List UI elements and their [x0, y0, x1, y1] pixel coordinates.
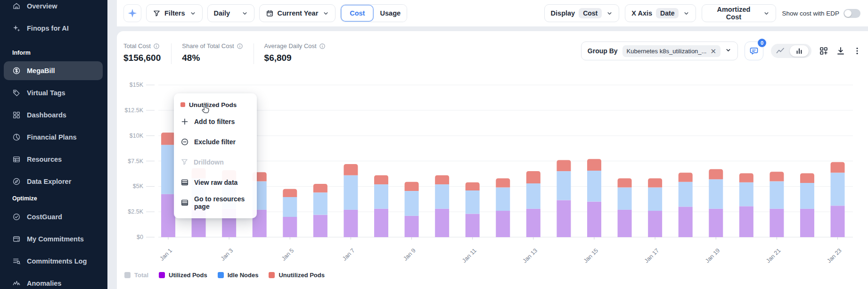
bar-jan-6[interactable]: [313, 184, 328, 237]
x-axis-value-pill: Date: [656, 8, 679, 18]
bar-jan-10[interactable]: [435, 175, 449, 237]
toolbar-right: Display Cost X Axis Date Amortized Cost …: [544, 4, 860, 22]
stat-divider: [254, 43, 254, 64]
tab-usage[interactable]: Usage: [374, 5, 407, 22]
chart-legend: Total Utilized Pods Idle Nodes Unutilize…: [124, 272, 325, 279]
remove-chip-icon[interactable]: ✕: [710, 48, 716, 55]
bar-jan-5[interactable]: [283, 189, 297, 237]
sidebar: Overview Finops for AIInform MegaBill Vi…: [0, 0, 107, 289]
stat-value: $6,809: [264, 53, 326, 63]
x-tick-label: Jan 13: [522, 247, 539, 264]
y-tick-label: $10K: [130, 132, 144, 139]
chevron-down-icon: [242, 10, 248, 17]
sidebar-item-data-explorer[interactable]: Data Explorer: [4, 172, 103, 191]
bar-jan-23[interactable]: [831, 162, 845, 237]
group-by-chip-label: Kubernetes k8s_utilization_...: [627, 48, 707, 55]
sidebar-item-label: Anomalies: [27, 280, 61, 287]
bar-jan-21[interactable]: [770, 172, 784, 237]
wallet-icon: [12, 235, 21, 243]
line-chart-toggle[interactable]: [774, 46, 787, 56]
sidebar-item-virtual-tags[interactable]: Virtual Tags: [4, 83, 103, 102]
blue-sparkle-icon: [127, 8, 138, 18]
menu-item-view-raw-data[interactable]: View raw data: [180, 172, 250, 192]
funnel-icon: [153, 9, 161, 17]
legend-label: Total: [134, 272, 148, 279]
bar-jan-22[interactable]: [800, 173, 814, 237]
sidebar-item-finops-for-ai[interactable]: Finops for AI: [4, 19, 103, 38]
chevron-down-icon: [190, 10, 196, 17]
download-button[interactable]: [836, 46, 845, 56]
chart-type-segment: [771, 44, 811, 58]
legend-label: Unutilized Pods: [278, 272, 325, 279]
legend-item-total[interactable]: Total: [124, 272, 148, 279]
legend-item-unutilized-pods[interactable]: Unutilized Pods: [269, 272, 325, 279]
sidebar-item-megabill[interactable]: MegaBill: [4, 61, 103, 80]
menu-item-label: Exclude filter: [194, 138, 236, 146]
sidebar-item-my-commitments[interactable]: My Commitments: [4, 230, 103, 248]
bar-jan-7[interactable]: [344, 164, 358, 237]
menu-item-exclude-filter[interactable]: Exclude filter: [180, 132, 250, 152]
app-root: Overview Finops for AIInform MegaBill Vi…: [0, 0, 868, 289]
bar-jan-14[interactable]: [557, 160, 571, 237]
sidebar-item-resources[interactable]: Resources: [4, 150, 103, 169]
tab-cost[interactable]: Cost: [341, 5, 374, 22]
bar-jan-17[interactable]: [648, 178, 662, 237]
bar-jan-20[interactable]: [739, 173, 753, 237]
bar-jan-19[interactable]: [709, 169, 723, 237]
compass-icon: [12, 177, 21, 186]
x-tick-label: Jan 9: [402, 247, 417, 262]
granularity-dropdown[interactable]: Daily: [207, 4, 254, 22]
x-tick-label: Jan 11: [461, 247, 478, 264]
bar-jan-11[interactable]: [466, 182, 480, 237]
y-tick-label: $5K: [133, 183, 144, 190]
group-by-control[interactable]: Group By Kubernetes k8s_utilization_... …: [581, 41, 738, 60]
bar-jan-13[interactable]: [526, 171, 540, 237]
legend-swatch: [124, 272, 131, 278]
stat-block: Total Cost $156,600: [123, 42, 171, 63]
date-range-dropdown[interactable]: Current Year: [259, 4, 336, 22]
sidebar-item-overview[interactable]: Overview: [4, 0, 103, 16]
sidebar-item-costguard[interactable]: CostGuard: [4, 207, 103, 226]
filters-button[interactable]: Filters: [146, 4, 203, 22]
info-icon: [319, 43, 326, 50]
comments-button[interactable]: 0: [745, 41, 763, 60]
cost-type-dropdown[interactable]: Amortized Cost: [702, 4, 776, 22]
sidebar-item-financial-plans[interactable]: Financial Plans: [4, 128, 103, 147]
shield-check-icon: [12, 213, 21, 221]
chevron-down-icon: [606, 10, 613, 17]
legend-item-utilized-pods[interactable]: Utilized Pods: [159, 272, 207, 279]
bar-jan-12[interactable]: [496, 178, 510, 237]
y-tick-label: $0: [137, 234, 143, 240]
dashboard-grid-icon: [12, 111, 21, 119]
stat-value: 48%: [182, 53, 243, 63]
more-options-button[interactable]: [853, 47, 861, 55]
x-axis-dropdown[interactable]: X Axis Date: [625, 4, 696, 22]
funnel-icon: [180, 158, 188, 166]
stat-block: Average Daily Cost $6,809: [264, 42, 336, 63]
sidebar-item-anomalies[interactable]: Anomalies: [4, 274, 103, 289]
display-label: Display: [551, 9, 575, 17]
bar-jan-9[interactable]: [405, 182, 419, 237]
table-icon: [12, 155, 21, 164]
edp-label: Show cost with EDP: [782, 10, 839, 17]
sidebar-item-label: Virtual Tags: [27, 89, 66, 97]
menu-item-go-to-resources-page[interactable]: Go to resources page: [180, 192, 250, 213]
legend-item-idle-nodes[interactable]: Idle Nodes: [218, 272, 259, 279]
edp-toggle[interactable]: [843, 9, 860, 18]
overview-icon: [12, 2, 21, 10]
filters-label: Filters: [164, 9, 185, 17]
ai-assistant-button[interactable]: [123, 4, 141, 22]
bar-jan-18[interactable]: [679, 173, 693, 237]
bar-jan-1[interactable]: [161, 132, 175, 237]
display-dropdown[interactable]: Display Cost: [544, 4, 620, 22]
bar-chart-toggle[interactable]: [790, 45, 809, 57]
date-range-value: Current Year: [278, 9, 319, 17]
add-widget-button[interactable]: [819, 46, 828, 56]
sidebar-section-optimize: Optimize: [0, 195, 107, 202]
bar-jan-8[interactable]: [374, 175, 388, 237]
bar-jan-15[interactable]: [587, 159, 601, 237]
bar-jan-16[interactable]: [618, 178, 632, 237]
menu-item-add-to-filters[interactable]: Add to filters: [180, 111, 250, 132]
sidebar-item-commitments-log[interactable]: Commitments Log: [4, 252, 103, 271]
sidebar-item-dashboards[interactable]: Dashboards: [4, 106, 103, 124]
